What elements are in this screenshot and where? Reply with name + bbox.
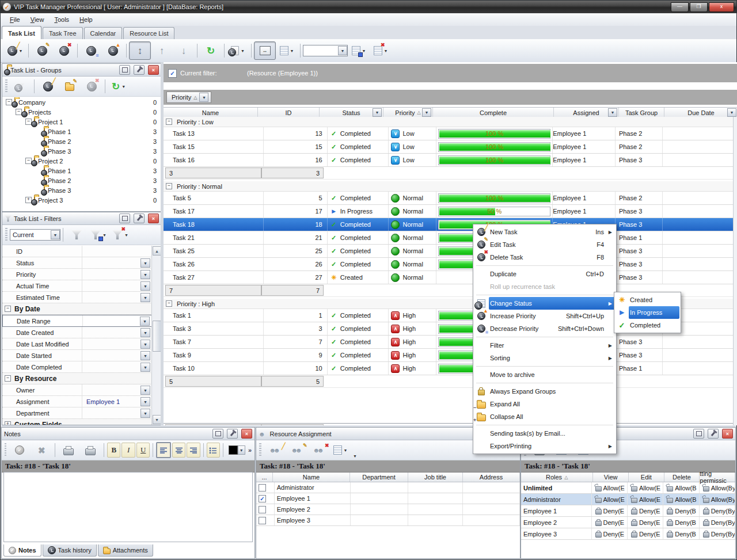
tree-item-phase-2[interactable]: Phase 23 — [2, 136, 161, 146]
align-right-button[interactable] — [187, 443, 200, 458]
tab-task-list[interactable]: Task List — [2, 26, 41, 40]
delete-task-button[interactable]: ✖ — [53, 41, 75, 60]
groups-pin-button[interactable] — [134, 65, 145, 75]
new-task-button[interactable]: ╱▼ — [4, 41, 26, 60]
align-left-button[interactable] — [156, 442, 171, 458]
grid-scrollbar[interactable] — [733, 117, 737, 425]
view-combo[interactable]: ▼ — [303, 45, 348, 56]
menu-item-always-expand-groups[interactable]: Always Expand Groups — [474, 385, 616, 398]
group-by-chip[interactable]: Priority △ ▼ — [166, 92, 211, 103]
task-row-task-17[interactable]: Task 1717▶In ProgressNormal50 %Employee … — [164, 205, 734, 218]
permissions-pin-button[interactable] — [708, 429, 719, 439]
filter-preset-dropdown[interactable]: ▼ — [51, 230, 60, 239]
font-color-dropdown[interactable]: ▼ — [238, 445, 245, 455]
notes-minimize-button[interactable] — [212, 429, 223, 439]
menu-item-duplicate[interactable]: DuplicateCtrl+D — [474, 268, 616, 280]
filters-close-button[interactable]: × — [148, 214, 159, 223]
up-arrow-button[interactable]: ↑ — [151, 41, 173, 60]
resource-checkbox[interactable] — [259, 517, 266, 524]
tree-item-phase-3[interactable]: Phase 33 — [2, 146, 161, 156]
tab-task-tree[interactable]: Task Tree — [43, 27, 83, 39]
permission-row-employee-3[interactable]: Employee 3Deny(EDeny(EDeny(BDeny(By — [521, 528, 735, 540]
filter-row-custom-fields[interactable]: +Custom Fields — [2, 419, 152, 425]
task-row-task-18[interactable]: Task 1818✓CompletedNormal100 %Employee 1… — [164, 218, 734, 231]
report-columns-button[interactable]: ▼ — [276, 41, 298, 60]
filter-row-date-started[interactable]: Date Started▼ — [2, 350, 152, 361]
filter-row-date-range[interactable]: Date Range▼ — [2, 315, 152, 327]
filter-field-dropdown[interactable]: ▼ — [140, 363, 150, 372]
menu-item-new-task[interactable]: ╱New TaskIns▶ — [474, 226, 616, 238]
italic-button[interactable]: I — [121, 443, 135, 458]
filters-minimize-button[interactable] — [119, 214, 130, 223]
tab-calendar[interactable]: Calendar — [84, 27, 123, 39]
tree-item-phase-3[interactable]: Phase 33 — [2, 185, 161, 195]
filter-field-dropdown[interactable]: ▼ — [140, 258, 150, 268]
filter-preset-combo[interactable]: Current ▼ — [10, 229, 60, 241]
filter-row-date-completed[interactable]: Date Completed▼ — [2, 361, 152, 373]
resource-column-name[interactable]: Name — [273, 473, 350, 482]
column-header-assigned[interactable]: Assigned▼ — [554, 108, 619, 117]
menu-item-collapse-all[interactable]: +Collapse All — [474, 410, 616, 423]
refresh-button[interactable]: ↻ — [200, 41, 222, 60]
permissions-minimize-button[interactable] — [693, 429, 704, 439]
bold-button[interactable]: B — [107, 443, 121, 458]
menu-item-edit-task[interactable]: ✎Edit TaskF4 — [474, 238, 616, 251]
clock-equals-button[interactable]: ≡ — [80, 41, 102, 60]
permission-column-roles[interactable]: Roles△ — [521, 473, 593, 482]
bullet-list-button[interactable] — [207, 443, 221, 458]
column-header-priority[interactable]: Priority△▼ — [383, 108, 433, 117]
scroll-down-button[interactable]: ▼ — [153, 415, 161, 424]
resource-row-employee-3[interactable]: Employee 3 — [256, 515, 520, 526]
filter-field-dropdown[interactable]: ▼ — [140, 293, 150, 302]
filter-row-date-last-modified[interactable]: Date Last Modified▼ — [2, 338, 152, 350]
resource-checkbox[interactable] — [259, 506, 266, 513]
filter-row-status[interactable]: Status▼ — [2, 257, 152, 269]
task-row-task-10[interactable]: Task 1010✓Completed∧High100 %Employee 1P… — [164, 362, 734, 375]
filter-row-priority[interactable]: Priority▼ — [2, 269, 152, 280]
menu-item-decrease-priority[interactable]: ≡Decrease PriorityShift+Ctrl+Down — [474, 322, 616, 335]
resource-column-dotdotdot[interactable]: ... — [256, 473, 273, 482]
filter-field-dropdown[interactable]: ▼ — [140, 270, 150, 279]
refresh-button[interactable]: ↻▼ — [108, 77, 130, 96]
section-expander[interactable]: + — [5, 421, 11, 425]
permissions-close-button[interactable]: × — [722, 429, 733, 439]
permission-row-employee-1[interactable]: Employee 1Deny(EDeny(EDeny(BDeny(By — [521, 505, 735, 517]
resource-checkbox[interactable] — [259, 484, 266, 492]
tree-item-phase-1[interactable]: Phase 13 — [2, 127, 161, 136]
new-group-button[interactable]: ╱ — [37, 77, 59, 96]
menu-item-delete-task[interactable]: ✖Delete TaskF8 — [474, 251, 616, 264]
align-center-button[interactable] — [172, 443, 186, 458]
edit-group-button[interactable]: ✎ — [59, 77, 81, 96]
permission-column-view[interactable]: View — [593, 473, 629, 482]
column-header-complete[interactable]: Complete — [433, 108, 554, 117]
font-color-button[interactable]: ▼ — [226, 441, 248, 459]
tree-item-projects[interactable]: −Projects0 — [2, 107, 161, 117]
menu-item-in-progress[interactable]: ▶In Progress — [615, 306, 680, 319]
menu-item-sorting[interactable]: Sorting▶ — [474, 352, 616, 364]
filters-scrollbar[interactable]: ▲ ▼ — [151, 246, 161, 425]
permission-column-tting-permissic[interactable]: tting permissic — [700, 473, 735, 482]
column-header-task-group[interactable]: Task Group — [619, 108, 664, 117]
permission-row-administrator[interactable]: AdministratorAllow(EAllow(EAllow(BAllow(… — [521, 494, 735, 505]
up-down-arrow-button[interactable]: ↕ — [129, 41, 151, 60]
tab-resource-list[interactable]: Resource List — [123, 27, 174, 39]
filter-field-dropdown[interactable]: ▼ — [140, 351, 150, 360]
filter-row-estimated-time[interactable]: Estimated Time▼ — [2, 292, 152, 303]
groups-minimize-button[interactable] — [119, 65, 130, 75]
notes-close-button[interactable]: × — [241, 429, 252, 439]
filter-field-dropdown[interactable]: ▼ — [140, 340, 150, 349]
close-button[interactable]: x — [709, 2, 734, 12]
menu-file[interactable]: File — [5, 15, 25, 24]
resource-row-employee-2[interactable]: Employee 2 — [256, 504, 520, 515]
filter-row-id[interactable]: ID — [2, 246, 152, 257]
document-clock-button[interactable]: ▼ — [227, 41, 249, 60]
menu-item-move-to-archive[interactable]: Move to archive — [474, 368, 616, 381]
tree-item-project-2[interactable]: −Project 20 — [2, 156, 161, 166]
permission-row-unlimited[interactable]: UnlimitedAllow(EAllow(EAllow(BAllow(By — [521, 482, 735, 494]
filter-row-actual-time[interactable]: Actual Time▼ — [2, 280, 152, 292]
permission-column-delete[interactable]: Delete — [664, 473, 700, 482]
remove-assignment-button[interactable]: ☻☻✖ — [307, 441, 329, 459]
resource-column-department[interactable]: Department — [350, 473, 408, 482]
current-filter-checkbox[interactable]: ✓ — [168, 69, 177, 78]
column-filter-dropdown[interactable]: ▼ — [422, 108, 431, 117]
